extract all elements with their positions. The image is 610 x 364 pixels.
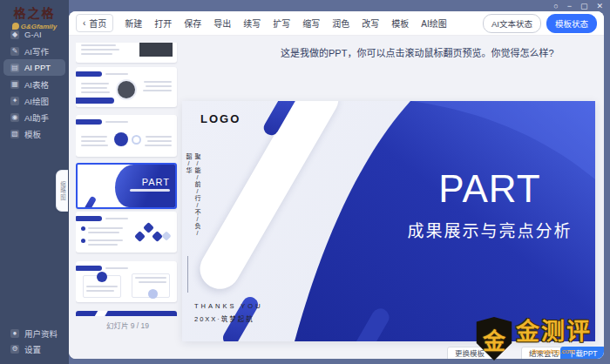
thumbnail-rail[interactable]: PART: [76, 43, 180, 316]
watermark-shield-icon: 金: [474, 317, 514, 361]
slide-thumbnail-11[interactable]: [76, 261, 177, 302]
sidebar-item-ai-table[interactable]: ▦AI表格: [3, 76, 65, 92]
toolbar-new[interactable]: 新建: [119, 14, 148, 32]
sidebar-item-g-ai[interactable]: ◆G-AI: [3, 26, 65, 43]
sidebar-item-templates[interactable]: ▧模板: [3, 125, 65, 142]
toolbar-open[interactable]: 打开: [148, 14, 178, 32]
template-status-button[interactable]: 模板状态: [546, 14, 597, 33]
thumb-part-subtitle: [130, 189, 170, 192]
toolbar-polish[interactable]: 润色: [326, 14, 356, 32]
main-window: ‹ 首页 新建 打开 保存 导出 续写 扩写 缩写 润色 改写 模板 AI绘图 …: [69, 11, 604, 359]
slide-preview[interactable]: LOGO 聚/能/前/行/不/负/韶/华 PART 成果展示与亮点分析 THAN…: [182, 101, 595, 341]
sidebar-item-ai-assistant[interactable]: ◉AI助手: [3, 109, 65, 125]
g-ai-icon: ◆: [10, 30, 19, 39]
toolbar-ai-draw[interactable]: AI绘图: [415, 14, 452, 32]
slide-year-text: 20XX·筑梦起航: [194, 313, 254, 323]
ai-ppt-icon: ▤: [10, 64, 19, 72]
ai-assistant-icon: ◉: [10, 113, 19, 122]
minimize-icon[interactable]: −: [567, 1, 572, 11]
watermark: 金 金测评 jinceping.com: [474, 317, 592, 361]
slide-thumbnail-12[interactable]: [76, 311, 177, 316]
ai-writing-icon: ✎: [10, 47, 19, 56]
ai-draw-icon: ✦: [10, 97, 19, 105]
slide-title: PART: [407, 167, 573, 211]
app-root: ○ − ▢ ✕ 格之格 G&Gfamily ◆G-AI ✎AI写作 ▤AI PP…: [0, 0, 610, 364]
content-area: 这是我做的PPT，你可以点击滚动鼠标翻页预览。你觉得怎么样?: [69, 36, 604, 359]
home-button[interactable]: ‹ 首页: [76, 14, 113, 32]
theme-icon[interactable]: ○: [553, 1, 558, 11]
toolbar-expand-writing[interactable]: 扩写: [267, 14, 296, 32]
titlebar: ○ − ▢ ✕: [69, 0, 610, 12]
assistant-message: 这是我做的PPT，你可以点击滚动鼠标翻页预览。你觉得怎么样?: [281, 45, 554, 59]
toolbar-items: 新建 打开 保存 导出 续写 扩写 缩写 润色 改写 模板 AI绘图: [119, 14, 452, 32]
slide-counter: 幻灯片 9 / 19: [76, 320, 180, 330]
toolbar: ‹ 首页 新建 打开 保存 导出 续写 扩写 缩写 润色 改写 模板 AI绘图 …: [69, 11, 604, 36]
gear-icon: ⚙: [10, 345, 19, 354]
back-icon: ‹: [83, 18, 85, 28]
slide-subtitle: 成果展示与亮点分析: [390, 218, 590, 241]
sidebar-item-ai-writing[interactable]: ✎AI写作: [3, 43, 65, 59]
toolbar-rewrite[interactable]: 改写: [356, 14, 385, 32]
slide-thumbnail-8b[interactable]: [76, 115, 177, 157]
sidebar-item-ai-ppt[interactable]: ▤AI PPT: [3, 59, 65, 76]
user-icon: ●: [10, 329, 19, 338]
maximize-icon[interactable]: ▢: [580, 1, 588, 11]
slide-thumbnail-8[interactable]: [76, 43, 177, 63]
toolbar-shorten-writing[interactable]: 缩写: [296, 14, 326, 32]
toolbar-save[interactable]: 保存: [178, 14, 207, 32]
slide-vertical-rule: [187, 256, 188, 293]
toolbar-continue-writing[interactable]: 续写: [237, 14, 267, 32]
toolbar-template[interactable]: 模板: [385, 14, 415, 32]
slide-thumbnail-10[interactable]: [76, 212, 177, 253]
ai-table-icon: ▦: [10, 80, 19, 89]
close-icon[interactable]: ✕: [596, 1, 603, 11]
slide-logo-text: LOGO: [200, 112, 241, 125]
thumbnail-collapse-tab[interactable]: 缩略图: [56, 170, 68, 212]
templates-icon: ▧: [10, 130, 19, 138]
toolbar-export[interactable]: 导出: [207, 14, 237, 32]
ai-text-status-button[interactable]: AI文本状态: [483, 14, 541, 33]
sidebar-footer: ●用户资料 ⚙设置: [3, 326, 65, 357]
thumb-part-title: PART: [142, 177, 170, 187]
slide-thumbnail-7[interactable]: [76, 67, 177, 107]
app-logo-title: 格之格: [0, 3, 69, 21]
slide-vertical-motto: 聚/能/前/行/不/负/韶/华: [184, 153, 201, 249]
sidebar-menu: ◆G-AI ✎AI写作 ▤AI PPT ▦AI表格 ✦AI绘图 ◉AI助手 ▧模…: [3, 26, 65, 142]
watermark-site: jinceping.com: [516, 347, 592, 355]
sidebar-item-ai-draw[interactable]: ✦AI绘图: [3, 92, 65, 109]
sidebar-item-settings[interactable]: ⚙设置: [3, 341, 65, 357]
watermark-name: 金测评: [516, 317, 592, 347]
slide-thanks-text: THANKS YOU: [194, 302, 263, 310]
slide-thumbnail-9-selected[interactable]: PART: [76, 163, 177, 209]
sidebar-item-user-profile[interactable]: ●用户资料: [3, 326, 65, 341]
